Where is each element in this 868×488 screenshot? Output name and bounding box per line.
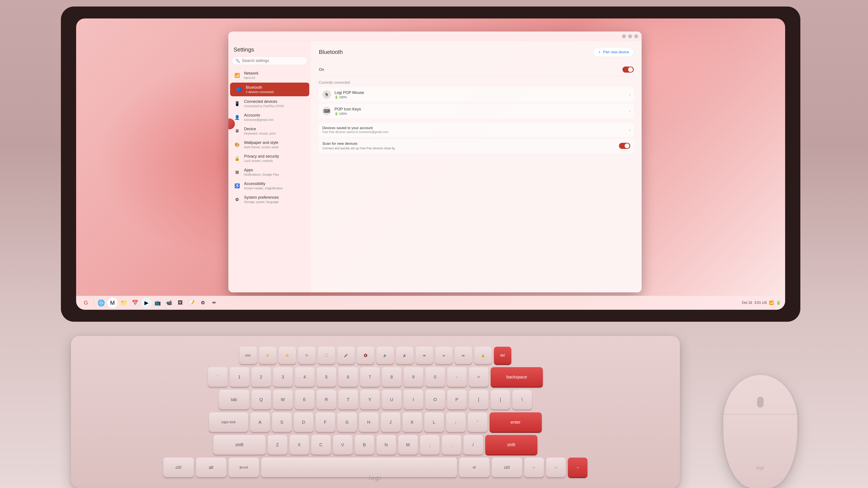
- taskbar-app-youtube[interactable]: 📺: [152, 298, 163, 308]
- key-3[interactable]: 3: [273, 367, 293, 387]
- taskbar-app-photos[interactable]: 🖼: [175, 298, 186, 308]
- key-0[interactable]: 0: [426, 367, 445, 387]
- key-5[interactable]: 5: [317, 367, 336, 387]
- taskbar-app-notes[interactable]: 📝: [186, 298, 197, 308]
- key-rcmd[interactable]: alt: [459, 458, 490, 477]
- key-f9[interactable]: ⏮: [415, 347, 433, 364]
- key-f2[interactable]: 🔆: [279, 347, 296, 364]
- sidebar-item-system[interactable]: ⚙ System preferences Storage, power, lan…: [228, 193, 311, 206]
- saved-devices-row[interactable]: Devices saved to your account Fast Pair …: [319, 123, 634, 137]
- key-space[interactable]: [261, 458, 457, 477]
- key-q[interactable]: Q: [251, 390, 271, 409]
- taskbar-app-calendar[interactable]: 📅: [130, 298, 140, 308]
- key-6[interactable]: 6: [338, 367, 358, 387]
- key-f6[interactable]: 🔇: [357, 347, 374, 364]
- key-left[interactable]: ←: [524, 458, 544, 477]
- key-2[interactable]: 2: [251, 367, 271, 387]
- key-z[interactable]: Z: [268, 435, 287, 455]
- sidebar-item-bluetooth[interactable]: 🔵 Bluetooth 2 devices connected: [230, 83, 309, 96]
- key-enter[interactable]: enter: [490, 412, 542, 432]
- key-lshift[interactable]: shift: [213, 435, 266, 455]
- key-n[interactable]: N: [376, 435, 396, 455]
- taskbar-app-gmail[interactable]: M: [107, 298, 118, 308]
- key-rctrl[interactable]: ctrl: [492, 458, 522, 477]
- scan-toggle[interactable]: [619, 143, 630, 149]
- key-f1[interactable]: 🔅: [259, 347, 276, 364]
- taskbar-app-pen[interactable]: ✏: [209, 298, 219, 308]
- key-backspace[interactable]: backspace: [491, 367, 543, 387]
- key-g[interactable]: G: [337, 412, 357, 432]
- key-f11[interactable]: ⏭: [455, 347, 472, 364]
- key-s[interactable]: S: [272, 412, 292, 432]
- key-x[interactable]: X: [289, 435, 309, 455]
- key-f10[interactable]: ⏯: [435, 347, 453, 364]
- bluetooth-toggle[interactable]: [622, 67, 634, 73]
- key-k[interactable]: K: [403, 412, 422, 432]
- key-u[interactable]: U: [382, 390, 402, 409]
- key-lbracket[interactable]: [: [469, 390, 489, 409]
- key-o[interactable]: O: [426, 390, 445, 409]
- key-f4[interactable]: ⛶: [318, 347, 335, 364]
- taskbar-app-settings[interactable]: ⚙: [198, 298, 208, 308]
- sidebar-item-accessibility[interactable]: ♿ Accessibility Screen reader, magnifica…: [228, 179, 311, 193]
- key-c[interactable]: C: [311, 435, 331, 455]
- search-input[interactable]: [242, 59, 304, 63]
- sidebar-item-privacy[interactable]: 🔒 Privacy and security Lock screen, cont…: [228, 152, 311, 165]
- key-tab[interactable]: tab: [219, 390, 249, 409]
- sidebar-item-connected-devices[interactable]: 📱 Connected devices Connected to OnePlus…: [228, 97, 311, 110]
- key-d[interactable]: D: [294, 412, 313, 432]
- key-j[interactable]: J: [381, 412, 400, 432]
- key-period[interactable]: .: [442, 435, 461, 455]
- key-l[interactable]: L: [424, 412, 444, 432]
- key-w[interactable]: W: [273, 390, 293, 409]
- close-button[interactable]: [634, 34, 638, 38]
- device-item-mouse[interactable]: 🖱 Logi POP Mouse 🔋 100% ›: [319, 87, 634, 102]
- key-minus[interactable]: -: [447, 367, 467, 387]
- maximize-button[interactable]: [628, 34, 632, 38]
- key-y[interactable]: Y: [360, 390, 380, 409]
- key-capslock[interactable]: caps lock: [209, 412, 248, 432]
- key-backslash[interactable]: \: [513, 390, 532, 409]
- sidebar-item-accounts[interactable]: 👤 Accounts someone@gmail.com: [228, 110, 311, 124]
- key-7[interactable]: 7: [360, 367, 380, 387]
- key-f[interactable]: F: [316, 412, 335, 432]
- key-9[interactable]: 9: [404, 367, 423, 387]
- key-i[interactable]: I: [404, 390, 423, 409]
- key-4[interactable]: 4: [295, 367, 314, 387]
- key-m[interactable]: M: [398, 435, 418, 455]
- key-f7[interactable]: 🔉: [376, 347, 394, 364]
- key-del[interactable]: del: [494, 347, 511, 364]
- key-quote[interactable]: ': [468, 412, 487, 432]
- key-rbracket[interactable]: ]: [491, 390, 510, 409]
- key-lcmd[interactable]: ⊞cmd: [228, 458, 259, 477]
- key-semicolon[interactable]: ;: [446, 412, 466, 432]
- key-slash[interactable]: /: [463, 435, 483, 455]
- key-comma[interactable]: ,: [420, 435, 439, 455]
- taskbar-app-play[interactable]: ▶: [141, 298, 152, 308]
- taskbar-app-chrome[interactable]: 🌐: [96, 298, 106, 308]
- key-r[interactable]: R: [317, 390, 336, 409]
- pair-new-device-button[interactable]: ＋ Pair new device: [593, 47, 634, 57]
- taskbar-app-meet[interactable]: 📹: [164, 298, 174, 308]
- key-lctrl[interactable]: ctrl: [163, 458, 194, 477]
- key-b[interactable]: B: [355, 435, 374, 455]
- search-bar[interactable]: 🔍: [232, 57, 308, 65]
- key-f5[interactable]: 🎤: [337, 347, 355, 364]
- key-v[interactable]: V: [333, 435, 352, 455]
- sidebar-item-apps[interactable]: ⊞ Apps Notifications, Google Play: [228, 165, 311, 179]
- key-esc[interactable]: esc: [240, 347, 257, 364]
- key-rshift[interactable]: shift: [485, 435, 537, 455]
- minimize-button[interactable]: [622, 34, 626, 38]
- launcher-button[interactable]: G: [81, 297, 91, 308]
- key-right[interactable]: →: [568, 458, 587, 477]
- sidebar-item-network[interactable]: 📶 Network ham123: [228, 68, 311, 82]
- key-1[interactable]: 1: [230, 367, 249, 387]
- key-f8[interactable]: 🔊: [396, 347, 413, 364]
- taskbar-app-files[interactable]: 📁: [119, 298, 129, 308]
- key-f12[interactable]: 🔒: [474, 347, 492, 364]
- key-a[interactable]: A: [250, 412, 270, 432]
- key-up-down[interactable]: ↑↓: [546, 458, 566, 477]
- sidebar-item-device[interactable]: 🖥 Device Keyboard, mouse, print: [228, 124, 311, 138]
- key-e[interactable]: E: [295, 390, 314, 409]
- key-lalt[interactable]: alt: [196, 458, 226, 477]
